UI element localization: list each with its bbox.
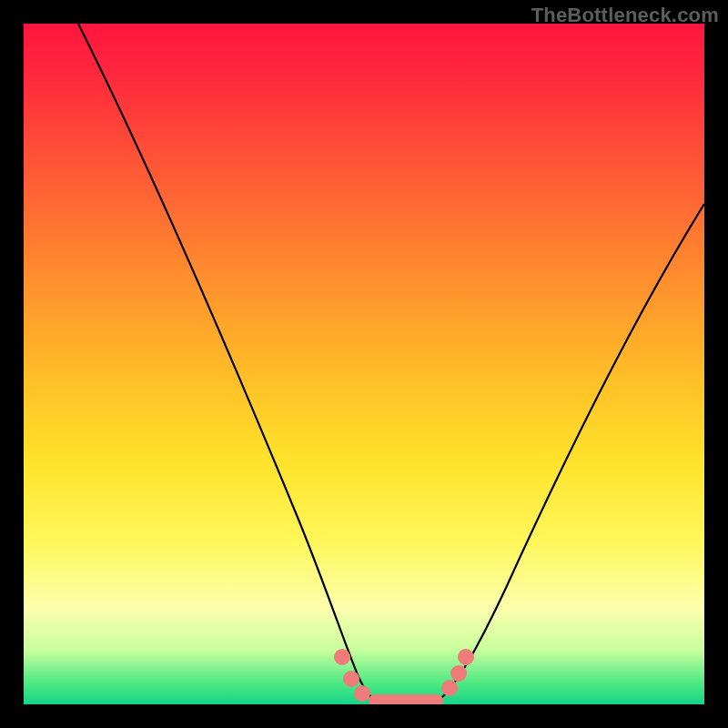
- marker-dot: [450, 665, 467, 682]
- marker-dot: [458, 649, 474, 665]
- marker-dot: [441, 680, 458, 696]
- watermark-text: TheBottleneck.com: [531, 4, 719, 27]
- curve-right: [442, 204, 704, 697]
- marker-dot: [354, 685, 370, 702]
- marker-dot: [334, 649, 350, 665]
- curve-left: [78, 24, 379, 701]
- marker-dot: [343, 671, 359, 687]
- bottleneck-curve-chart: [24, 24, 704, 704]
